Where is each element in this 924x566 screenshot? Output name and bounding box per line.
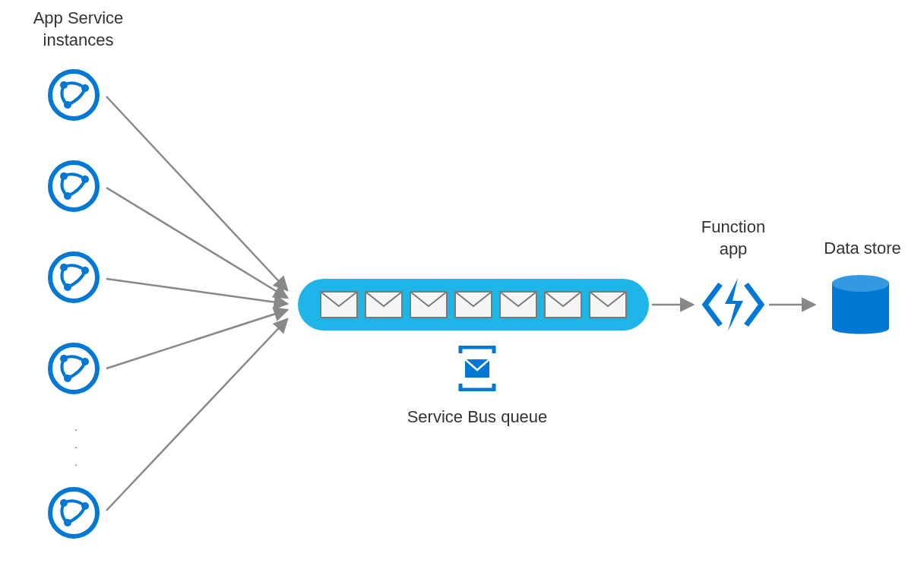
envelope-icon: [589, 291, 627, 318]
svg-line-29: [106, 96, 287, 290]
service-bus-icon: [454, 346, 500, 391]
architecture-diagram: App Service instances Function app Data …: [0, 0, 924, 566]
queue-pill: [298, 279, 649, 330]
svg-point-12: [50, 345, 97, 392]
envelope-icon: [499, 291, 537, 318]
svg-line-31: [106, 279, 287, 304]
svg-point-8: [50, 254, 97, 301]
ellipsis-dots: ...: [72, 419, 80, 471]
svg-point-4: [50, 163, 97, 210]
globe-icon: [47, 160, 100, 213]
function-app-icon: [702, 274, 764, 336]
svg-point-0: [50, 71, 97, 119]
envelope-icon: [544, 291, 582, 318]
svg-point-28: [832, 275, 889, 292]
svg-line-33: [106, 319, 287, 511]
envelope-icon: [454, 291, 492, 318]
globe-icon: [47, 251, 100, 304]
data-store-label: Data store: [809, 238, 916, 260]
globe-icon: [47, 342, 100, 395]
svg-line-30: [106, 188, 287, 298]
envelope-icon: [410, 291, 448, 318]
data-store-icon: [824, 270, 897, 342]
envelope-icon: [320, 291, 358, 318]
service-bus-label: Service Bus queue: [401, 406, 553, 428]
app-service-label: App Service instances: [14, 8, 143, 51]
globe-icon: [47, 68, 100, 122]
function-app-label: Function app: [691, 217, 775, 260]
svg-line-32: [106, 310, 287, 368]
envelope-icon: [365, 291, 403, 318]
globe-icon: [47, 486, 100, 539]
svg-point-16: [50, 489, 97, 536]
